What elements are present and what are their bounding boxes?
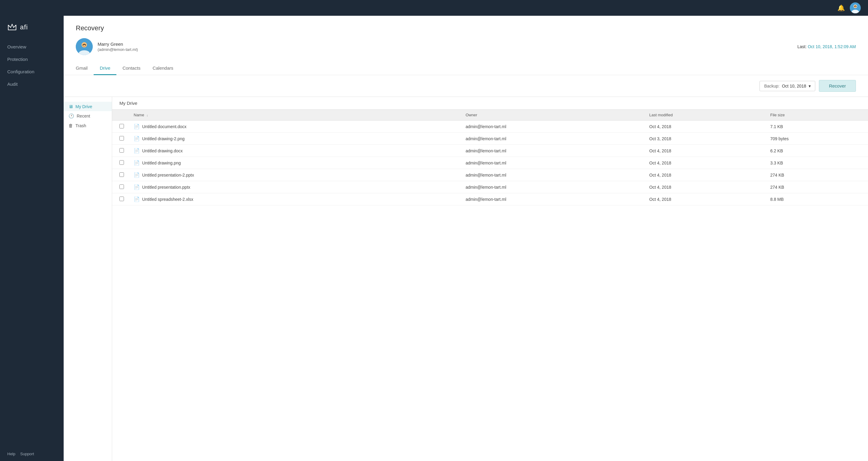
file-name-cell: 📄 Untitled drawing.png — [129, 157, 461, 169]
table-header-row: Name ↓ Owner Last modified File size — [112, 110, 868, 121]
tabs: Gmail Drive Contacts Calendars — [76, 62, 856, 75]
file-icon: 📄 — [134, 136, 140, 141]
file-name: Untitled spreadsheet-2.xlsx — [142, 197, 193, 202]
svg-point-4 — [854, 6, 855, 7]
last-backup-time: Oct 10, 2018, 1:52:09 AM — [808, 44, 856, 49]
tree-item-recent-label: Recent — [77, 113, 90, 119]
tree-item-recent[interactable]: 🕐 Recent — [64, 111, 112, 121]
user-info-row: Marry Green (admin@lemon-tart.ml) Last: … — [76, 38, 856, 55]
tree-item-my-drive[interactable]: 🖥 My Drive — [64, 102, 112, 111]
file-owner: admin@lemon-tart.ml — [461, 133, 644, 145]
last-backup: Last: Oct 10, 2018, 1:52:09 AM — [797, 44, 856, 49]
folder-tree: 🖥 My Drive 🕐 Recent 🗑 Trash — [64, 97, 112, 461]
name-col-header[interactable]: Name ↓ — [129, 110, 461, 121]
support-link[interactable]: Support — [20, 452, 34, 456]
file-name-cell: 📄 Untitled document.docx — [129, 121, 461, 133]
file-list: My Drive Name ↓ Owner Last modified File… — [112, 97, 868, 461]
file-checkbox-cell[interactable] — [112, 157, 129, 169]
sort-icon: ↓ — [146, 113, 148, 117]
file-list-header: My Drive — [112, 97, 868, 110]
file-checkbox-cell[interactable] — [112, 193, 129, 205]
sidebar-footer: Help Support — [0, 447, 64, 461]
tab-contacts[interactable]: Contacts — [116, 62, 146, 75]
notification-icon[interactable]: 🔔 — [837, 4, 845, 11]
sidebar-item-protection[interactable]: Protection — [0, 54, 64, 65]
table-row[interactable]: 📄 Untitled presentation-2.pptx admin@lem… — [112, 169, 868, 181]
content-area: Recovery Marry Green (admin@lemo — [64, 16, 868, 461]
file-checkbox-cell[interactable] — [112, 121, 129, 133]
toolbar-row: Backup: Oct 10, 2018 ▾ Recover — [64, 75, 868, 97]
table-row[interactable]: 📄 Untitled drawing.png admin@lemon-tart.… — [112, 157, 868, 169]
last-label: Last: — [797, 44, 806, 49]
tree-item-trash[interactable]: 🗑 Trash — [64, 121, 112, 130]
file-name-cell: 📄 Untitled presentation-2.pptx — [129, 169, 461, 181]
file-size: 709 bytes — [765, 133, 868, 145]
svg-point-8 — [83, 45, 84, 46]
file-owner: admin@lemon-tart.ml — [461, 181, 644, 193]
file-name-cell: 📄 Untitled presentation.pptx — [129, 181, 461, 193]
recent-icon: 🕐 — [68, 113, 74, 119]
logo-icon — [7, 23, 17, 32]
file-owner: admin@lemon-tart.ml — [461, 193, 644, 205]
table-row[interactable]: 📄 Untitled document.docx admin@lemon-tar… — [112, 121, 868, 133]
file-checkbox-cell[interactable] — [112, 181, 129, 193]
sidebar-item-audit[interactable]: Audit — [0, 78, 64, 90]
chevron-down-icon: ▾ — [809, 84, 811, 89]
file-checkbox-cell[interactable] — [112, 133, 129, 145]
file-icon: 📄 — [134, 196, 140, 202]
file-owner: admin@lemon-tart.ml — [461, 169, 644, 181]
trash-icon: 🗑 — [68, 123, 73, 128]
tree-item-trash-label: Trash — [75, 123, 86, 128]
file-table: Name ↓ Owner Last modified File size — [112, 110, 868, 205]
table-row[interactable]: 📄 Untitled drawing.docx admin@lemon-tart… — [112, 145, 868, 157]
tab-gmail[interactable]: Gmail — [76, 62, 94, 75]
file-size: 3.3 KB — [765, 157, 868, 169]
last-modified-col-header[interactable]: Last modified — [644, 110, 765, 121]
sidebar-item-overview[interactable]: Overview — [0, 41, 64, 53]
file-checkbox[interactable] — [119, 172, 124, 177]
file-icon: 📄 — [134, 184, 140, 190]
file-checkbox-cell[interactable] — [112, 169, 129, 181]
backup-selector[interactable]: Backup: Oct 10, 2018 ▾ — [760, 81, 815, 91]
page-header: Recovery Marry Green (admin@lemo — [64, 16, 868, 75]
file-checkbox[interactable] — [119, 124, 124, 128]
file-name: Untitled drawing.docx — [142, 149, 183, 153]
file-checkbox[interactable] — [119, 136, 124, 140]
file-size: 7.1 KB — [765, 121, 868, 133]
file-name: Untitled drawing-2.png — [142, 136, 185, 141]
file-checkbox[interactable] — [119, 197, 124, 201]
file-name: Untitled presentation.pptx — [142, 185, 190, 190]
tab-calendars[interactable]: Calendars — [146, 62, 179, 75]
tab-drive[interactable]: Drive — [94, 62, 116, 75]
topbar: 🔔 — [0, 0, 868, 16]
file-icon: 📄 — [134, 160, 140, 166]
svg-point-5 — [856, 6, 857, 7]
recover-button[interactable]: Recover — [819, 80, 856, 92]
my-drive-icon: 🖥 — [68, 104, 73, 109]
file-checkbox[interactable] — [119, 185, 124, 189]
help-link[interactable]: Help — [7, 452, 16, 456]
file-name-cell: 📄 Untitled spreadsheet-2.xlsx — [129, 193, 461, 205]
app-name: afi — [20, 23, 28, 31]
owner-col-header[interactable]: Owner — [461, 110, 644, 121]
sidebar-item-configuration[interactable]: Configuration — [0, 66, 64, 77]
backup-date: Oct 10, 2018 — [782, 84, 806, 89]
file-owner: admin@lemon-tart.ml — [461, 145, 644, 157]
file-icon: 📄 — [134, 172, 140, 178]
table-row[interactable]: 📄 Untitled spreadsheet-2.xlsx admin@lemo… — [112, 193, 868, 205]
checkbox-col-header — [112, 110, 129, 121]
file-icon: 📄 — [134, 148, 140, 154]
file-browser: 🖥 My Drive 🕐 Recent 🗑 Trash My Drive — [64, 97, 868, 461]
file-size-col-header[interactable]: File size — [765, 110, 868, 121]
table-row[interactable]: 📄 Untitled drawing-2.png admin@lemon-tar… — [112, 133, 868, 145]
table-row[interactable]: 📄 Untitled presentation.pptx admin@lemon… — [112, 181, 868, 193]
file-checkbox[interactable] — [119, 148, 124, 153]
file-last-modified: Oct 3, 2018 — [644, 133, 765, 145]
file-last-modified: Oct 4, 2018 — [644, 169, 765, 181]
file-name: Untitled drawing.png — [142, 161, 181, 165]
file-checkbox[interactable] — [119, 160, 124, 165]
file-table-body: 📄 Untitled document.docx admin@lemon-tar… — [112, 121, 868, 205]
file-checkbox-cell[interactable] — [112, 145, 129, 157]
file-size: 274 KB — [765, 181, 868, 193]
user-avatar-topbar[interactable] — [850, 2, 861, 13]
